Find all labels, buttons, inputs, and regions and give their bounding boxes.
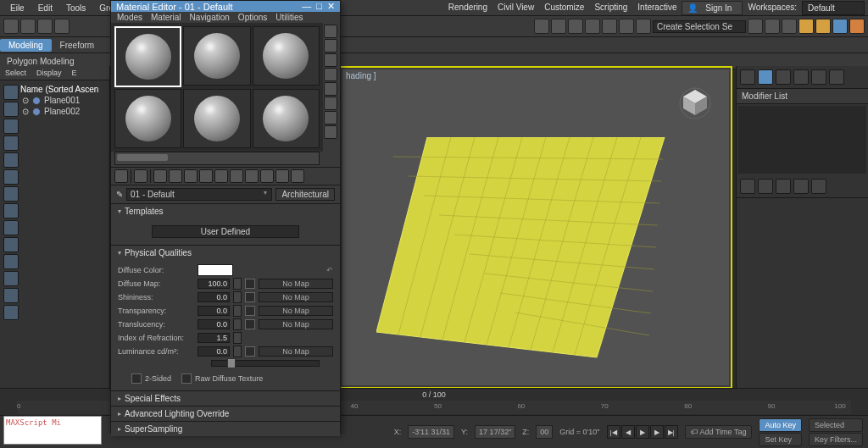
sample-slot-3[interactable] [253, 26, 320, 86]
show-end-icon[interactable] [260, 169, 274, 183]
viewport-label[interactable]: hading ] [346, 71, 376, 80]
menu-rendering[interactable]: Rendering [443, 1, 492, 15]
show-end-result-icon[interactable] [758, 179, 773, 194]
me-menu-options[interactable]: Options [234, 12, 271, 23]
me-menu-material[interactable]: Material [147, 12, 186, 23]
selected-dropdown[interactable]: Selected [809, 418, 863, 432]
put-to-scene-icon[interactable] [134, 169, 147, 183]
transparency-map-button[interactable]: No Map [259, 306, 333, 316]
rollout-templates[interactable]: Templates [111, 203, 340, 218]
maximize-icon[interactable]: □ [316, 1, 322, 12]
shininess-value[interactable]: 0.0 [198, 292, 230, 302]
sub-polygon-modeling[interactable]: Polygon Modeling [7, 57, 75, 66]
reset-map-icon[interactable] [169, 169, 182, 183]
redo-icon[interactable] [20, 19, 36, 34]
sample-slot-6[interactable] [253, 89, 320, 148]
coord-x-value[interactable]: -3'11 31/31 [408, 425, 454, 439]
undo-icon[interactable] [3, 19, 19, 34]
render-icon[interactable] [832, 19, 848, 34]
material-id-icon[interactable] [230, 169, 243, 183]
background-icon[interactable] [324, 53, 337, 67]
modify-panel-icon[interactable] [758, 69, 773, 85]
2sided-check[interactable] [131, 373, 142, 384]
filter-shape-icon[interactable] [3, 102, 19, 117]
luminance-map-button[interactable]: No Map [259, 346, 333, 357]
minimize-icon[interactable]: — [302, 1, 311, 12]
scene-tab-display[interactable]: Display [31, 66, 67, 80]
pick-material-icon[interactable]: ✎ [116, 190, 123, 199]
menu-edit[interactable]: Edit [31, 2, 59, 14]
setkey-button[interactable]: Set Key [759, 433, 802, 446]
autokey-button[interactable]: Auto Key [759, 418, 802, 432]
ribbon-icon-3[interactable] [782, 19, 797, 34]
filter-container-icon[interactable] [3, 203, 19, 218]
reset-icon[interactable]: ↶ [326, 266, 333, 274]
backlight-icon[interactable] [324, 39, 337, 53]
viewcube[interactable] [678, 86, 712, 120]
spinner-icon[interactable] [233, 278, 242, 290]
me-menu-modes[interactable]: Modes [113, 12, 147, 23]
viewport[interactable]: hading ] [339, 66, 732, 389]
menu-scripting[interactable]: Scripting [589, 1, 632, 15]
filter-all-icon[interactable] [3, 254, 19, 269]
teapot-icon[interactable] [849, 19, 865, 34]
unlink-icon[interactable] [54, 19, 70, 34]
shininess-map-button[interactable]: No Map [259, 292, 333, 302]
make-unique-icon[interactable] [776, 179, 791, 194]
spinner-icon[interactable] [233, 305, 242, 317]
goto-end-icon[interactable]: ▶| [665, 425, 678, 439]
add-time-tag[interactable]: 🏷 Add Time Tag [685, 425, 753, 439]
sample-slot-5[interactable] [183, 89, 250, 148]
make-copy-icon[interactable] [184, 169, 198, 183]
diffuse-map-check[interactable] [245, 279, 255, 289]
translucency-map-button[interactable]: No Map [259, 319, 333, 329]
maxscript-listener[interactable]: MAXScript Mi [3, 416, 102, 445]
tab-freeform[interactable]: Freeform [52, 39, 103, 52]
material-type-button[interactable]: Architectural [275, 188, 335, 201]
rollout-special-effects[interactable]: Special Effects [111, 390, 340, 406]
menu-tools[interactable]: Tools [59, 2, 92, 14]
filter-bone-icon[interactable] [3, 186, 19, 202]
sample-slot-1[interactable] [114, 26, 181, 87]
rotate-icon[interactable] [551, 19, 566, 34]
snap-icon[interactable] [585, 19, 600, 34]
make-unique-mat-icon[interactable] [199, 169, 213, 183]
transparency-check[interactable] [245, 306, 255, 316]
video-check-icon[interactable] [324, 82, 337, 96]
hierarchy-panel-icon[interactable] [776, 69, 791, 85]
pin-stack-icon[interactable] [740, 179, 755, 194]
luminance-slider[interactable] [211, 360, 320, 367]
goto-start-icon[interactable]: |◀ [607, 425, 620, 439]
ribbon-icon-1[interactable] [748, 19, 763, 34]
assign-to-selection-icon[interactable] [153, 169, 167, 183]
rollout-advanced-lighting[interactable]: Advanced Lighting Override [111, 406, 340, 421]
move-icon[interactable] [534, 19, 549, 34]
translucency-check[interactable] [245, 319, 255, 329]
sample-scroll-x[interactable] [114, 152, 320, 165]
next-frame-icon[interactable]: ▶ [650, 425, 664, 439]
go-parent-icon[interactable] [275, 169, 289, 183]
scale-icon[interactable] [568, 19, 583, 34]
menu-file[interactable]: Eile [3, 2, 31, 14]
sample-slot-4[interactable] [114, 89, 181, 148]
create-panel-icon[interactable] [740, 69, 755, 85]
scene-item-plane002[interactable]: ⊙Plane002 [22, 106, 108, 117]
show-map-icon[interactable] [245, 169, 259, 183]
keyfilters-button[interactable]: Key Filters... [809, 433, 863, 446]
translucency-value[interactable]: 0.0 [198, 319, 230, 329]
filter-helper-icon[interactable] [3, 152, 19, 168]
diffuse-map-button[interactable]: No Map [259, 279, 333, 289]
filter-hidden-icon[interactable] [3, 237, 19, 252]
render-setup-icon[interactable] [798, 19, 814, 34]
filter-space-icon[interactable] [3, 169, 19, 185]
display-panel-icon[interactable] [811, 69, 826, 85]
sample-type-icon[interactable] [324, 25, 337, 38]
me-menu-utilities[interactable]: Utilities [271, 12, 307, 23]
scene-item-plane001[interactable]: ⊙Plane001 [22, 95, 108, 106]
filter-frozen-icon[interactable] [3, 220, 19, 235]
scene-tab-edit[interactable]: E [67, 66, 82, 80]
tab-modeling[interactable]: Modeling [0, 39, 52, 52]
configure-sets-icon[interactable] [811, 179, 826, 194]
utilities-panel-icon[interactable] [829, 69, 844, 85]
menu-interactive[interactable]: Interactive [632, 1, 682, 15]
